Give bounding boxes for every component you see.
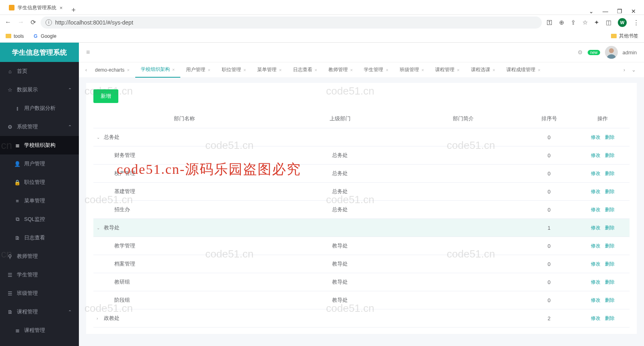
edit-link[interactable]: 修改 bbox=[589, 134, 602, 140]
tab-close-icon[interactable]: × bbox=[127, 68, 129, 72]
page-tab[interactable]: 学校组织架构× bbox=[135, 62, 180, 78]
delete-link[interactable]: 删除 bbox=[603, 297, 616, 303]
edit-link[interactable]: 修改 bbox=[589, 261, 602, 267]
page-tab[interactable]: 课程成绩管理× bbox=[501, 62, 546, 78]
menu-icon: 🗎 bbox=[14, 235, 20, 241]
tree-toggle-icon[interactable]: ⌄ bbox=[97, 135, 101, 140]
sidebar-item[interactable]: ≡ 菜单管理 bbox=[0, 192, 79, 210]
sidebar-item[interactable]: ☆ 数据展示 ⌃ bbox=[0, 80, 79, 99]
site-info-icon[interactable]: i bbox=[45, 19, 52, 26]
menu-icon: ☰ bbox=[7, 290, 13, 297]
tab-close-icon[interactable]: × bbox=[244, 68, 246, 72]
edit-link[interactable]: 修改 bbox=[589, 297, 602, 303]
page-tab[interactable]: 职位管理× bbox=[216, 62, 252, 78]
sidebar-item[interactable]: ⚙ 系统管理 ⌃ bbox=[0, 117, 79, 136]
gear-icon[interactable]: ⚙ bbox=[578, 49, 583, 56]
minimize-icon[interactable]: — bbox=[603, 8, 608, 14]
delete-link[interactable]: 删除 bbox=[603, 315, 616, 321]
cell-actions: 修改 删除 bbox=[576, 183, 630, 201]
sidebar-item[interactable]: 👤 用户管理 bbox=[0, 154, 79, 173]
tab-close-icon[interactable]: × bbox=[315, 68, 317, 72]
sidebar-item[interactable]: 🔒 职位管理 bbox=[0, 173, 79, 192]
page-tab[interactable]: 课程选课× bbox=[465, 62, 501, 78]
page-tab[interactable]: 菜单管理× bbox=[252, 62, 287, 78]
edit-link[interactable]: 修改 bbox=[589, 207, 602, 212]
edit-link[interactable]: 修改 bbox=[589, 152, 602, 158]
edit-link[interactable]: 修改 bbox=[589, 315, 602, 321]
sidebar-item[interactable]: 🗎 课程管理 ⌃ bbox=[0, 303, 79, 321]
sidebar-item[interactable]: ☰ 学生管理 bbox=[0, 266, 79, 284]
sidebar-item[interactable]: ⚲ 教师管理 bbox=[0, 247, 79, 266]
sidebar-item[interactable]: ≣ 课程管理 bbox=[0, 321, 79, 340]
tab-close-icon[interactable]: × bbox=[493, 68, 495, 72]
delete-link[interactable]: 删除 bbox=[603, 279, 616, 285]
panel-icon[interactable]: ◫ bbox=[606, 19, 611, 26]
sidebar-item[interactable]: ⌂ 首页 bbox=[0, 62, 79, 80]
edit-link[interactable]: 修改 bbox=[589, 171, 602, 176]
tab-close-icon[interactable]: × bbox=[538, 68, 540, 72]
edit-link[interactable]: 修改 bbox=[589, 279, 602, 285]
bookmark-google[interactable]: G Google bbox=[33, 33, 56, 39]
forward-icon[interactable]: → bbox=[18, 19, 24, 26]
page-tab[interactable]: 日志查看× bbox=[287, 62, 323, 78]
edit-link[interactable]: 修改 bbox=[589, 243, 602, 249]
tab-close-icon[interactable]: × bbox=[172, 67, 175, 72]
delete-link[interactable]: 删除 bbox=[603, 243, 616, 249]
edit-link[interactable]: 修改 bbox=[589, 189, 602, 194]
page-tab[interactable]: demo-echarts× bbox=[89, 62, 135, 78]
tree-toggle-icon[interactable]: ⌄ bbox=[97, 226, 101, 230]
app-root: 学生信息管理系统 ⌂ 首页 ☆ 数据展示 ⌃⫿ 用户数据分析 ⚙ 系统管理 ⌃≣ bbox=[0, 43, 644, 346]
tabs-scroll-right[interactable]: › bbox=[621, 67, 627, 73]
zoom-icon[interactable]: ⊕ bbox=[559, 19, 564, 26]
sidebar-item[interactable]: ☰ 班级管理 bbox=[0, 284, 79, 303]
page-tab[interactable]: 学生管理× bbox=[358, 62, 394, 78]
extensions-icon[interactable]: ✦ bbox=[594, 19, 599, 26]
delete-link[interactable]: 删除 bbox=[603, 189, 616, 194]
tree-toggle-icon[interactable]: › bbox=[97, 316, 101, 321]
chevron-down-icon[interactable]: ⌄ bbox=[589, 8, 594, 14]
hamburger-icon[interactable]: ≡ bbox=[86, 49, 90, 56]
tab-close-icon[interactable]: × bbox=[279, 68, 281, 72]
delete-link[interactable]: 删除 bbox=[603, 225, 616, 231]
browser-tab-active[interactable]: 学生信息管理系统 × bbox=[3, 1, 68, 14]
page-tab[interactable]: 班级管理× bbox=[394, 62, 429, 78]
tab-close-icon[interactable]: × bbox=[208, 68, 210, 72]
delete-link[interactable]: 删除 bbox=[603, 134, 616, 140]
delete-link[interactable]: 删除 bbox=[603, 171, 616, 176]
delete-link[interactable]: 删除 bbox=[603, 152, 616, 158]
add-button[interactable]: 新增 bbox=[93, 89, 118, 103]
tab-close-icon[interactable]: × bbox=[386, 68, 388, 72]
bookmark-other[interactable]: 其他书签 bbox=[611, 33, 638, 39]
tab-close-icon[interactable]: × bbox=[350, 68, 353, 72]
tabs-scroll-left[interactable]: ‹ bbox=[83, 67, 89, 73]
delete-link[interactable]: 删除 bbox=[603, 207, 616, 212]
close-tab-icon[interactable]: × bbox=[60, 5, 63, 11]
tabs-more-icon[interactable]: ⌄ bbox=[627, 67, 640, 73]
new-tab-button[interactable]: + bbox=[68, 6, 79, 14]
sidebar-item[interactable]: ⧉ SQL监控 bbox=[0, 210, 79, 229]
tab-close-icon[interactable]: × bbox=[457, 68, 459, 72]
reload-icon[interactable]: ⟳ bbox=[31, 19, 36, 26]
maximize-icon[interactable]: ❐ bbox=[617, 8, 622, 14]
cell-order: 0 bbox=[522, 237, 576, 255]
page-tab[interactable]: 用户管理× bbox=[180, 62, 216, 78]
sidebar-item[interactable]: ≣ 学校组织架构 bbox=[0, 136, 79, 154]
sidebar-item[interactable]: 🗎 日志查看 bbox=[0, 229, 79, 247]
key-icon[interactable]: ⚿ bbox=[547, 19, 553, 26]
th-order: 排序号 bbox=[522, 109, 576, 128]
url-field[interactable]: i http://localhost:8001/#/sys-dept bbox=[41, 16, 542, 29]
page-tab[interactable]: 教师管理× bbox=[323, 62, 358, 78]
sidebar-item[interactable]: ⫿ 用户数据分析 bbox=[0, 99, 79, 117]
tab-close-icon[interactable]: × bbox=[421, 68, 424, 72]
kebab-menu-icon[interactable]: ⋮ bbox=[633, 19, 639, 26]
edit-link[interactable]: 修改 bbox=[589, 225, 602, 231]
close-window-icon[interactable]: ✕ bbox=[631, 8, 636, 14]
share-icon[interactable]: ⇪ bbox=[571, 19, 576, 26]
delete-link[interactable]: 删除 bbox=[603, 261, 616, 267]
bookmark-star-icon[interactable]: ☆ bbox=[582, 19, 588, 26]
back-icon[interactable]: ← bbox=[5, 19, 11, 26]
page-tab[interactable]: 课程管理× bbox=[429, 62, 465, 78]
user-avatar[interactable] bbox=[605, 46, 618, 59]
bookmark-tools[interactable]: tools bbox=[6, 33, 24, 39]
profile-avatar[interactable]: W bbox=[618, 18, 627, 27]
